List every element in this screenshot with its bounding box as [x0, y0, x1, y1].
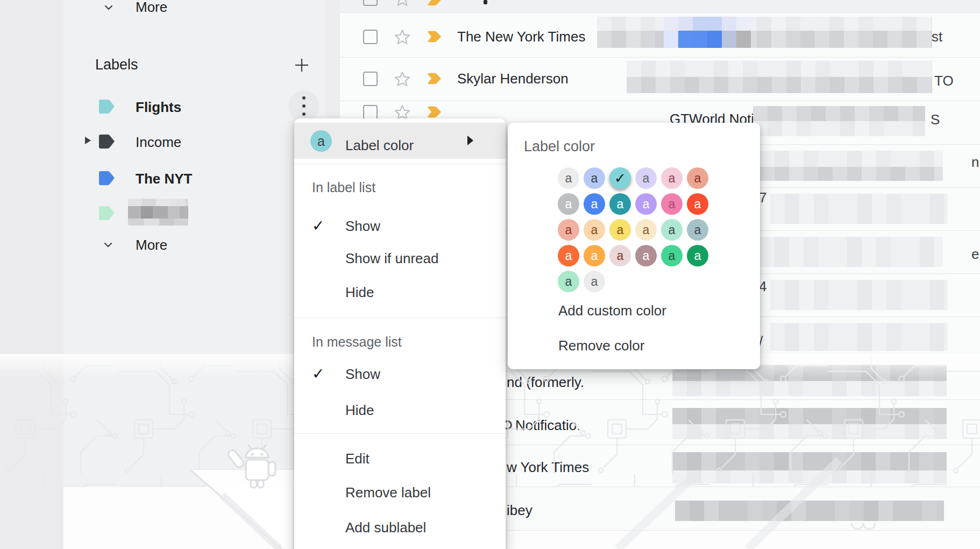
color-swatch[interactable]: a [635, 167, 657, 189]
gmail-label-color-screen: The New York Times st Skylar Henderson [0, 0, 980, 549]
importance-marker-icon [427, 0, 443, 6]
redacted-subject [753, 106, 925, 136]
star-icon[interactable] [394, 29, 411, 46]
color-swatch[interactable]: a [584, 193, 605, 215]
color-swatch[interactable]: a [687, 219, 708, 241]
sidebar-item-the-nyt[interactable]: The NYT [136, 171, 192, 187]
menu-item-label-color[interactable]: a Label color [294, 123, 506, 159]
color-swatch[interactable]: a [558, 245, 579, 266]
menu-item-label: Label color [345, 138, 414, 153]
submenu-arrow-icon [467, 136, 473, 145]
labels-header: Labels [95, 57, 138, 73]
redacted-logo-blue [664, 17, 752, 48]
section-in-label-list: In label list [312, 180, 375, 195]
menu-item-hide[interactable]: Hide [345, 285, 374, 300]
clipped-text-fragment [484, 0, 487, 4]
color-swatch[interactable]: a [584, 219, 605, 241]
color-swatch[interactable]: a [609, 219, 631, 241]
picker-title: Label color [524, 139, 595, 154]
email-checkbox[interactable] [363, 0, 378, 6]
chevron-down-icon[interactable] [101, 1, 116, 14]
color-swatch[interactable]: ✓ [609, 167, 631, 189]
color-swatch[interactable]: a [661, 193, 683, 215]
importance-marker-icon [427, 105, 443, 118]
label-color-picker: Label color aa✓aaaaaaaaaaaaaaaaaaaaaaa A… [508, 123, 760, 369]
menu-item-show-if-unread[interactable]: Show if unread [345, 251, 438, 266]
create-label-button[interactable] [294, 57, 310, 73]
color-swatch[interactable]: a [558, 271, 579, 292]
chevron-down-icon[interactable] [101, 238, 116, 251]
menu-item-show-message-list[interactable]: Show [345, 367, 380, 382]
sidebar-item-income[interactable]: Income [136, 134, 181, 150]
label-tag-icon [98, 134, 115, 149]
email-checkbox[interactable] [363, 72, 378, 86]
clipped-text-fragment: n [971, 154, 979, 170]
menu-item-add-custom-color[interactable]: Add custom color [558, 303, 666, 318]
window-left-edge [0, 0, 63, 549]
color-swatch[interactable]: a [635, 245, 657, 266]
sidebar-item-flights[interactable]: Flights [136, 99, 181, 115]
menu-item-hide-message-list[interactable]: Hide [345, 403, 374, 418]
color-swatch[interactable]: a [584, 271, 605, 292]
color-swatch[interactable]: a [609, 245, 631, 266]
label-options-button[interactable] [288, 90, 319, 122]
sidebar-item-more-top[interactable]: More [136, 0, 167, 15]
color-swatch[interactable]: a [635, 193, 657, 215]
checkmark-icon: ✓ [312, 219, 324, 234]
label-tag-icon [98, 99, 115, 114]
color-swatch[interactable]: a [609, 193, 631, 215]
section-in-message-list: In message list [312, 334, 402, 349]
star-icon[interactable] [394, 71, 411, 88]
color-swatch[interactable]: a [687, 193, 708, 215]
email-row-partial-top[interactable] [340, 0, 980, 12]
clipped-text-fragment: 4 [759, 279, 766, 294]
color-swatch[interactable]: a [687, 167, 708, 189]
email-sender: Skylar Henderson [457, 71, 569, 86]
redacted-subject [627, 61, 932, 93]
menu-item-remove-label[interactable]: Remove label [345, 485, 431, 500]
clipped-text-fragment: TO [934, 73, 954, 88]
email-sender-fragment: Notificatio. [515, 418, 580, 433]
checkmark-icon: ✓ [312, 367, 324, 382]
label-options-menu: a Label color In label list ✓ Show Show … [294, 118, 506, 549]
clipped-text-fragment: 7 [759, 190, 766, 205]
email-checkbox[interactable] [363, 30, 378, 44]
importance-marker-icon [427, 72, 443, 85]
color-swatch[interactable]: a [558, 219, 579, 241]
email-sender-fragment: w York Times [507, 460, 589, 475]
menu-item-add-sublabel[interactable]: Add sublabel [345, 520, 426, 535]
clipped-text-fragment: st [932, 29, 942, 44]
color-swatch[interactable]: a [661, 167, 683, 189]
expand-caret-icon[interactable] [85, 137, 91, 144]
clipped-text-fragment: S [931, 112, 940, 127]
menu-item-remove-color[interactable]: Remove color [558, 338, 644, 353]
label-tag-icon [98, 171, 115, 186]
sidebar-item-more-bottom[interactable]: More [136, 237, 167, 253]
color-swatch[interactable]: a [558, 193, 579, 215]
sidebar [63, 0, 325, 549]
color-swatch[interactable]: a [635, 219, 657, 241]
color-swatch[interactable]: a [584, 245, 605, 266]
email-sender: The New York Times [457, 29, 585, 44]
sidebar-item-redacted-label[interactable] [128, 199, 188, 226]
color-swatch[interactable]: a [558, 167, 579, 189]
color-swatch[interactable]: a [661, 245, 683, 266]
email-checkbox[interactable] [363, 105, 378, 119]
color-swatch[interactable]: a [584, 167, 605, 189]
color-swatch-grid: aa✓aaaaaaaaaaaaaaaaaaaaaaa [558, 167, 708, 297]
importance-marker-icon [427, 30, 443, 43]
redacted-subject [597, 17, 932, 48]
email-sender-fragment: ibey [507, 503, 532, 518]
label-tag-icon [98, 206, 115, 221]
clipped-text-fragment: e [971, 247, 979, 262]
email-sender-fragment: nd (formerly. [507, 375, 584, 390]
menu-item-show[interactable]: Show [345, 219, 380, 234]
menu-item-edit[interactable]: Edit [345, 451, 370, 466]
color-swatch[interactable]: a [687, 245, 708, 266]
label-color-swatch-icon: a [310, 130, 332, 152]
star-icon[interactable] [394, 0, 411, 8]
color-swatch[interactable]: a [661, 219, 683, 241]
